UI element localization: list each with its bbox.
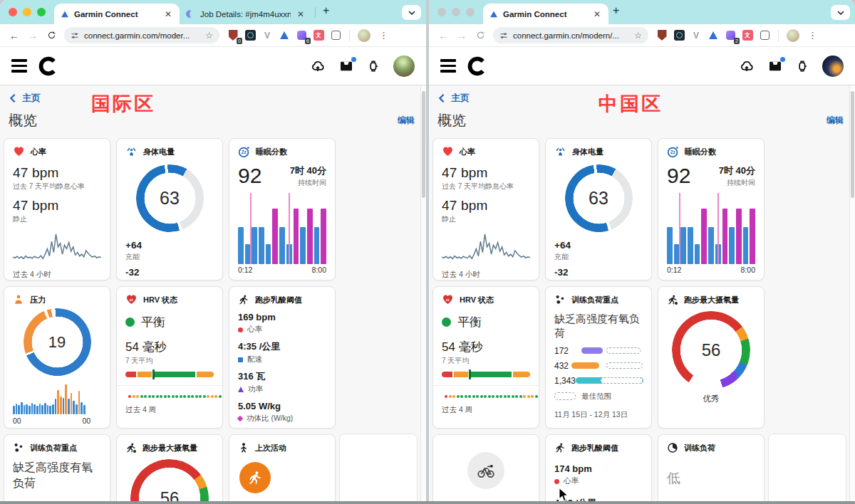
notifications-inbox-icon[interactable] bbox=[768, 59, 782, 73]
tab-search-button[interactable] bbox=[402, 5, 421, 20]
card-heart-rate[interactable]: 心率 47 bpm 过去 7 天平均静息心率 47 bpm 静止 过去 4 小时 bbox=[432, 138, 539, 280]
back-button[interactable]: ← bbox=[435, 30, 452, 41]
vue-devtools-icon[interactable]: V bbox=[261, 30, 273, 41]
card-lactate-threshold[interactable]: 跑步乳酸阈值 169 bpm心率 4:35 /公里配速 316 瓦功率 5.05… bbox=[229, 286, 336, 429]
window-controls[interactable] bbox=[429, 8, 483, 24]
zoom-window-button[interactable] bbox=[37, 8, 46, 16]
translate-extension-icon[interactable]: 文 bbox=[313, 30, 324, 41]
upload-sync-icon[interactable] bbox=[739, 59, 755, 73]
edit-link[interactable]: 编辑 bbox=[826, 115, 844, 127]
device-watch-icon[interactable] bbox=[796, 59, 809, 73]
card-sleep-score[interactable]: Zz 睡眠分数 92 7时 40分持续时间 0:128:00 bbox=[658, 138, 765, 280]
close-window-button[interactable] bbox=[9, 8, 17, 16]
card-hrv-status[interactable]: zz HRV 状态 平衡 54 毫秒 7 天平均 过去 4 周 bbox=[116, 286, 223, 429]
adblock-extension-icon[interactable]: 0 bbox=[227, 30, 239, 41]
user-avatar[interactable] bbox=[393, 56, 415, 77]
upload-sync-icon[interactable] bbox=[310, 59, 326, 73]
card-sleep-score[interactable]: Zz 睡眠分数 92 7时 40分持续时间 0:128:00 bbox=[229, 138, 336, 280]
browser-menu-icon[interactable]: ⋮ bbox=[376, 30, 391, 41]
page-scrollbar[interactable] bbox=[849, 85, 855, 504]
address-bar[interactable]: connect.garmin.com/moder... ☆ bbox=[64, 27, 219, 43]
card-stress[interactable]: 压力 19 0000 bbox=[4, 286, 110, 429]
card-body-battery[interactable]: 身体电量 63 +64充能 -32耗能 bbox=[116, 138, 223, 280]
charged-label: 充能 bbox=[125, 252, 214, 262]
new-tab-button[interactable]: + bbox=[608, 4, 626, 20]
user-avatar[interactable] bbox=[822, 56, 844, 77]
profile-avatar[interactable] bbox=[358, 29, 370, 42]
card-last-activity[interactable]: 上次活动 bbox=[229, 434, 336, 504]
garmin-connect-logo[interactable] bbox=[466, 56, 487, 77]
power-swatch bbox=[238, 387, 244, 392]
back-home-link[interactable]: 主页 bbox=[451, 92, 470, 105]
extensions-puzzle-icon[interactable] bbox=[759, 30, 770, 41]
card-cycling-vo2max[interactable]: 骑车最大摄氧量 bbox=[432, 434, 539, 504]
extensions-puzzle-icon[interactable] bbox=[330, 30, 341, 41]
back-chevron-icon bbox=[437, 93, 446, 103]
tab-job-details[interactable]: Job Details: #jm4m4uxxn43 ✕ bbox=[180, 4, 312, 24]
close-tab-icon[interactable]: ✕ bbox=[296, 9, 306, 19]
page-scrollbar[interactable] bbox=[420, 85, 426, 504]
reload-button[interactable] bbox=[43, 31, 60, 40]
close-tab-icon[interactable]: ✕ bbox=[163, 9, 173, 19]
ai-extension-icon[interactable]: 2 bbox=[725, 30, 736, 41]
card-training-load[interactable]: 训练负荷 低 bbox=[658, 434, 765, 504]
window-controls[interactable] bbox=[0, 8, 54, 24]
garmin-connect-logo[interactable] bbox=[37, 56, 58, 77]
tab-garmin-connect[interactable]: Garmin Connect ✕ bbox=[54, 4, 180, 24]
close-window-button[interactable] bbox=[437, 8, 446, 16]
react-devtools-icon[interactable] bbox=[673, 30, 685, 41]
url-text[interactable]: connect.garmin.cn/modern/... bbox=[513, 31, 629, 40]
ai-extension-icon[interactable]: 6 bbox=[296, 30, 307, 41]
menu-icon[interactable] bbox=[440, 59, 456, 73]
card-body-battery[interactable]: 身体电量 63 +64充能 -32耗能 bbox=[545, 138, 652, 280]
minimize-window-button[interactable] bbox=[23, 8, 31, 16]
card-running-vo2max[interactable]: 跑步最大摄氧量 56 bbox=[116, 434, 223, 504]
notifications-inbox-icon[interactable] bbox=[339, 59, 353, 73]
forward-button[interactable]: → bbox=[453, 30, 470, 41]
new-tab-button[interactable]: + bbox=[318, 4, 336, 20]
tab-strip: Garmin Connect ✕ + bbox=[429, 0, 855, 24]
minimize-window-button[interactable] bbox=[452, 8, 460, 16]
zoom-window-button[interactable] bbox=[466, 8, 475, 16]
back-button[interactable]: ← bbox=[6, 30, 23, 41]
hrv-range-bar bbox=[442, 372, 530, 377]
react-devtools-icon[interactable] bbox=[244, 30, 256, 41]
back-navigation[interactable]: 主页 bbox=[4, 85, 426, 105]
charged-label: 充能 bbox=[554, 252, 643, 262]
url-text[interactable]: connect.garmin.com/moder... bbox=[84, 31, 200, 40]
body-battery-icon bbox=[125, 146, 138, 157]
bookmark-icon[interactable]: ☆ bbox=[634, 31, 642, 41]
menu-icon[interactable] bbox=[11, 59, 27, 73]
translate-extension-icon[interactable]: 文 bbox=[742, 30, 753, 41]
site-settings-icon[interactable] bbox=[499, 31, 508, 40]
card-heart-rate[interactable]: 心率 47 bpm 过去 7 天平均静息心率 47 bpm 静止 过去 4 小时 bbox=[4, 138, 110, 280]
site-settings-icon[interactable] bbox=[71, 31, 79, 40]
scrollbar-thumb[interactable] bbox=[851, 91, 854, 198]
bookmark-icon[interactable]: ☆ bbox=[205, 31, 213, 41]
device-watch-icon[interactable] bbox=[367, 59, 380, 73]
profile-avatar[interactable] bbox=[787, 29, 799, 42]
card-hrv-status[interactable]: zz HRV 状态 平衡 54 毫秒 7 天平均 过去 4 周 bbox=[432, 286, 539, 429]
forward-button[interactable]: → bbox=[24, 30, 41, 41]
mouse-cursor bbox=[558, 487, 569, 503]
tab-garmin-connect[interactable]: Garmin Connect ✕ bbox=[483, 4, 608, 24]
vue-devtools-icon[interactable]: V bbox=[690, 30, 702, 41]
wkg-swatch bbox=[237, 416, 243, 421]
address-bar[interactable]: connect.garmin.cn/modern/... ☆ bbox=[493, 27, 648, 43]
reload-button[interactable] bbox=[472, 31, 489, 40]
triangle-extension-icon[interactable] bbox=[708, 30, 719, 41]
triangle-extension-icon[interactable] bbox=[279, 30, 290, 41]
body-battery-value: 63 bbox=[136, 164, 204, 232]
scrollbar-thumb[interactable] bbox=[422, 91, 425, 198]
back-home-link[interactable]: 主页 bbox=[22, 92, 41, 105]
edit-link[interactable]: 编辑 bbox=[398, 115, 415, 127]
card-training-load-focus[interactable]: 训练负荷重点 缺乏高强度有氧负荷 bbox=[4, 434, 110, 504]
browser-menu-icon[interactable]: ⋮ bbox=[805, 30, 820, 41]
adblock-extension-icon[interactable] bbox=[656, 30, 668, 41]
chevron-down-icon bbox=[837, 11, 844, 15]
tab-search-button[interactable] bbox=[831, 5, 850, 20]
close-tab-icon[interactable]: ✕ bbox=[592, 9, 602, 19]
card-running-vo2max[interactable]: 跑步最大摄氧量 56 优秀 bbox=[658, 286, 765, 429]
card-training-load-focus[interactable]: 训练负荷重点 缺乏高强度有氧负荷 172 432 1,343 最佳范围 11月 … bbox=[545, 286, 652, 429]
activity-type-running-icon[interactable] bbox=[239, 462, 271, 493]
